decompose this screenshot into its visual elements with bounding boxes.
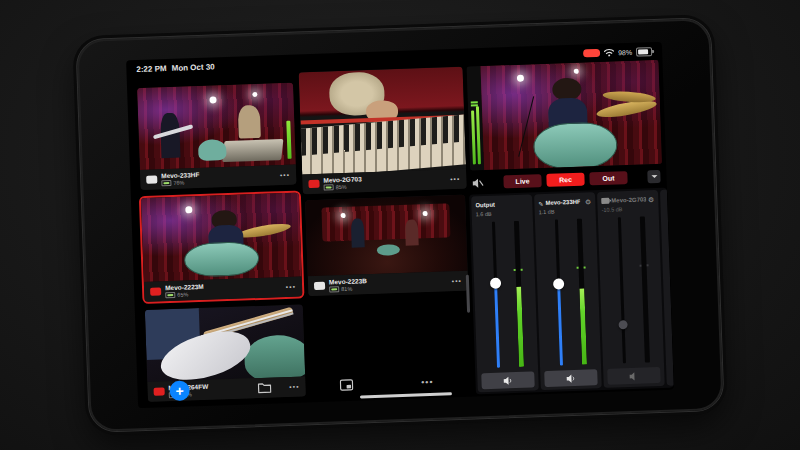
camera-battery: 81% — [341, 285, 352, 292]
preview-video[interactable] — [481, 60, 663, 170]
more-options-button[interactable]: ••• — [450, 175, 461, 182]
level-meter — [640, 216, 650, 362]
channel-settings-gear-icon[interactable]: ⚙ — [585, 198, 592, 205]
camera-icon — [601, 198, 609, 204]
collapse-mixer-button[interactable] — [647, 170, 660, 183]
fader-knob[interactable] — [490, 278, 501, 289]
status-date: Mon Oct 30 — [171, 62, 214, 72]
camera-thumbnail-video[interactable] — [141, 193, 302, 282]
battery-icon — [329, 286, 339, 292]
folder-icon[interactable] — [257, 382, 271, 394]
out-button[interactable]: Out — [589, 171, 627, 185]
channel-name: Mevo-2G703 — [611, 196, 646, 203]
mixer-strip-output: Output 1.6 dB — [471, 194, 539, 392]
fader-knob[interactable] — [618, 320, 627, 329]
fader-track[interactable] — [618, 217, 626, 363]
camera-battery: 65% — [177, 291, 188, 298]
speaker-icon — [566, 373, 576, 382]
camera-icon — [146, 175, 157, 183]
camera-label-bar: Mevo-233HF 76% ••• — [140, 165, 297, 190]
camera-thumbnail-video[interactable] — [137, 83, 296, 170]
camera-icon — [314, 282, 325, 290]
audio-level-meter — [286, 121, 291, 159]
more-options-button[interactable]: ••• — [280, 171, 291, 178]
tablet-device: 2:22 PM Mon Oct 30 98% — [75, 17, 724, 433]
panel-drag-handle[interactable] — [466, 275, 470, 313]
recording-camera-icon — [308, 180, 319, 188]
battery-icon — [161, 180, 171, 186]
camera-label-bar: Mevo-2223B 81% ••• — [308, 271, 469, 297]
camera-label-bar: Mevo-2G703 85% ••• — [302, 169, 467, 195]
wifi-icon — [604, 48, 614, 56]
mute-button[interactable] — [544, 369, 598, 387]
camera-card[interactable]: Mevo-233HF 76% ••• — [137, 83, 296, 190]
more-options-button[interactable]: ••• — [286, 283, 297, 290]
camera-label-bar: Mevo-2223M 65% ••• — [144, 276, 303, 302]
battery-icon — [636, 47, 652, 57]
camera-thumbnail-video[interactable] — [299, 67, 466, 175]
camera-battery: 85% — [336, 183, 347, 190]
speaker-icon — [503, 376, 513, 385]
rec-button[interactable]: Rec — [546, 173, 584, 187]
battery-percent: 98% — [618, 48, 632, 55]
recording-camera-icon — [150, 287, 161, 295]
fader-knob[interactable] — [553, 279, 564, 290]
mute-button-muted[interactable] — [607, 367, 661, 385]
fader-track[interactable] — [492, 222, 500, 368]
fader-track[interactable] — [555, 219, 563, 365]
level-meter — [514, 221, 524, 367]
add-camera-button[interactable]: + — [169, 380, 190, 401]
channel-settings-gear-icon[interactable]: ⚙ — [648, 196, 655, 203]
live-button[interactable]: Live — [503, 174, 541, 188]
recording-indicator-pill[interactable] — [583, 49, 600, 58]
edit-pencil-icon[interactable]: ✎ — [538, 199, 543, 206]
program-preview[interactable] — [467, 60, 663, 171]
app-screen: 2:22 PM Mon Oct 30 98% — [126, 42, 674, 408]
camera-card-selected[interactable]: Mevo-2223M 65% ••• — [141, 193, 303, 302]
more-menu-button[interactable]: ••• — [421, 377, 434, 387]
mixer-strip-mevo-2g703: Mevo-2G703 ⚙ -10.5 dB — [597, 190, 665, 388]
multicam-app: Mevo-233HF 76% ••• Mevo-2G703 85% — [127, 58, 674, 409]
audio-mixer-panel: Output 1.6 dB — [469, 188, 674, 395]
mute-button[interactable] — [481, 371, 535, 389]
speaker-muted-icon[interactable] — [472, 178, 483, 188]
status-time: 2:22 PM — [136, 64, 167, 74]
camera-thumbnail-video[interactable] — [305, 195, 468, 277]
speaker-muted-icon — [629, 371, 639, 380]
battery-icon — [165, 292, 175, 298]
camera-thumbnail-video[interactable] — [145, 304, 305, 381]
camera-battery: 76% — [173, 179, 184, 186]
mixer-strip-mevo-233hf: ✎ Mevo-233HF ⚙ 1.1 dB — [534, 192, 602, 390]
camera-card[interactable]: Mevo-2G703 85% ••• — [299, 67, 467, 195]
camera-card[interactable]: Mevo-2223B 81% ••• — [305, 195, 468, 297]
battery-icon — [324, 184, 334, 190]
channel-name: Mevo-233HF — [545, 199, 581, 206]
layout-pip-icon[interactable] — [339, 379, 353, 391]
level-meter — [577, 219, 587, 365]
more-options-button[interactable]: ••• — [452, 277, 463, 284]
channel-name: Output — [475, 202, 495, 209]
